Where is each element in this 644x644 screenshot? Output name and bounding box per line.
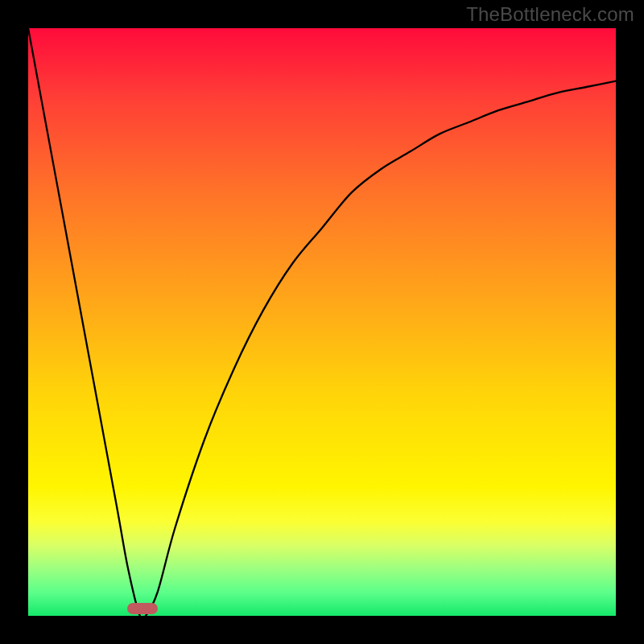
bottleneck-curve [28,28,616,616]
watermark-text: TheBottleneck.com [466,3,634,26]
optimal-marker [127,603,158,614]
chart-frame: TheBottleneck.com [0,0,644,644]
plot-area [28,28,616,616]
